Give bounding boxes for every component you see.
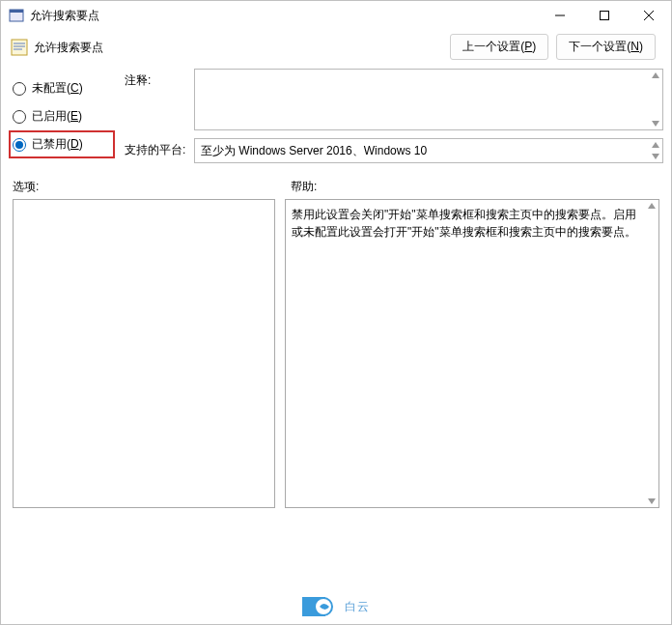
comment-label: 注释:	[125, 69, 186, 89]
close-button[interactable]	[627, 1, 671, 30]
scroll-up-icon	[652, 142, 659, 148]
footer-watermark: 白云	[302, 593, 370, 620]
maximize-button[interactable]	[582, 1, 627, 30]
svg-rect-6	[12, 40, 27, 55]
options-section-label: 选项:	[13, 179, 291, 195]
help-text: 禁用此设置会关闭"开始"菜单搜索框和搜索主页中的搜索要点。启用或未配置此设置会打…	[292, 208, 636, 239]
scrollbar-stub	[650, 71, 661, 128]
config-area: 未配置(C) 已启用(E) 已禁用(D) 注释: 支持的平台: 至少为 W	[1, 65, 671, 171]
section-labels: 选项: 帮助:	[1, 171, 671, 199]
scroll-up-icon	[648, 203, 656, 209]
radio-circle-icon	[13, 138, 26, 152]
scrollbar-stub	[650, 140, 661, 161]
help-section-label: 帮助:	[291, 179, 317, 195]
scrollbar-stub	[646, 201, 658, 506]
options-panel	[13, 199, 275, 508]
comment-textarea[interactable]	[194, 69, 663, 130]
window-controls	[538, 1, 671, 30]
scroll-down-icon	[652, 154, 659, 159]
scroll-up-icon	[652, 72, 659, 78]
svg-rect-1	[10, 10, 23, 13]
radio-circle-icon	[13, 110, 26, 124]
scroll-down-icon	[652, 121, 659, 127]
state-radio-group: 未配置(C) 已启用(E) 已禁用(D)	[9, 69, 115, 171]
supported-platform-label: 支持的平台:	[125, 138, 186, 158]
radio-disabled[interactable]: 已禁用(D)	[9, 130, 115, 158]
radio-circle-icon	[13, 82, 26, 96]
supported-platform-value: 至少为 Windows Server 2016、Windows 10	[201, 143, 427, 159]
scroll-down-icon	[648, 498, 656, 504]
brand-logo-icon	[302, 593, 341, 620]
subheader-title: 允许搜索要点	[34, 40, 103, 56]
minimize-button[interactable]	[538, 1, 582, 30]
svg-rect-3	[601, 12, 609, 20]
brand-text: 白云	[345, 599, 370, 615]
radio-not-configured[interactable]: 未配置(C)	[9, 74, 115, 102]
subheader: 允许搜索要点 上一个设置(P) 下一个设置(N)	[1, 30, 671, 65]
panels-row: 禁用此设置会关闭"开始"菜单搜索框和搜索主页中的搜索要点。启用或未配置此设置会打…	[1, 199, 671, 508]
help-panel: 禁用此设置会关闭"开始"菜单搜索框和搜索主页中的搜索要点。启用或未配置此设置会打…	[285, 199, 659, 508]
policy-sheet-icon	[11, 39, 28, 56]
details-fields: 注释: 支持的平台: 至少为 Windows Server 2016、Windo…	[125, 69, 663, 171]
window-title: 允许搜索要点	[30, 8, 99, 24]
window-titlebar: 允许搜索要点	[1, 1, 671, 30]
next-setting-button[interactable]: 下一个设置(N)	[556, 34, 656, 60]
policy-icon	[9, 8, 24, 23]
previous-setting-button[interactable]: 上一个设置(P)	[450, 34, 548, 60]
supported-platform-box: 至少为 Windows Server 2016、Windows 10	[194, 138, 663, 163]
radio-enabled[interactable]: 已启用(E)	[9, 102, 115, 130]
